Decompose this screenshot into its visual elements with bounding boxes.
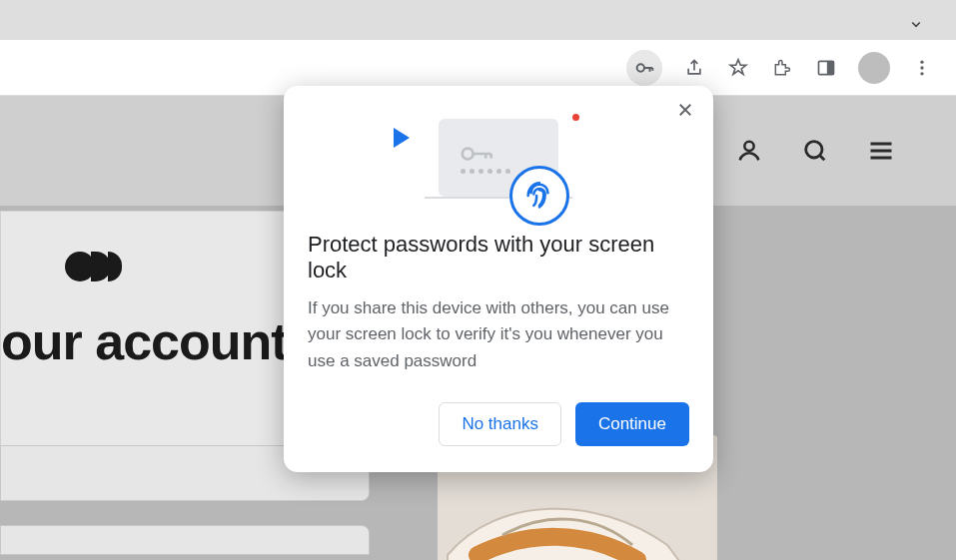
dialog-actions: No thanks Continue — [308, 402, 689, 446]
play-triangle-icon — [394, 128, 410, 148]
svg-point-4 — [920, 66, 923, 69]
svg-rect-2 — [827, 61, 834, 74]
continue-button[interactable]: Continue — [575, 402, 689, 446]
password-key-button[interactable] — [626, 50, 662, 86]
no-thanks-button[interactable]: No thanks — [439, 402, 561, 446]
star-icon — [727, 57, 749, 79]
dialog-body-text: If you share this device with others, yo… — [308, 295, 689, 374]
fingerprint-badge — [509, 166, 569, 226]
puzzle-icon — [772, 58, 792, 78]
svg-point-6 — [744, 142, 753, 151]
key-icon — [633, 57, 655, 79]
user-icon — [735, 137, 763, 165]
tabs-dropdown-button[interactable] — [906, 14, 926, 34]
red-dot-icon — [572, 114, 579, 121]
browser-tabstrip — [0, 0, 956, 40]
svg-point-7 — [806, 142, 822, 158]
account-button[interactable] — [734, 136, 764, 166]
password-protect-dialog: Protect passwords with your screen lock … — [284, 86, 713, 472]
fingerprint-icon — [522, 179, 556, 213]
hamburger-icon — [867, 137, 895, 165]
share-icon — [684, 58, 704, 78]
dialog-illustration — [308, 102, 689, 222]
bookmark-button[interactable] — [726, 56, 750, 80]
site-menu-button[interactable] — [866, 136, 896, 166]
share-button[interactable] — [682, 56, 706, 80]
key-icon — [461, 144, 496, 164]
site-search-button[interactable] — [800, 136, 830, 166]
profile-avatar[interactable] — [858, 52, 890, 84]
svg-point-5 — [920, 72, 923, 75]
search-icon — [801, 137, 829, 165]
kebab-menu-icon — [912, 58, 932, 78]
dialog-title: Protect passwords with your screen lock — [308, 232, 689, 283]
svg-point-0 — [637, 64, 644, 71]
form-input-2[interactable] — [0, 525, 370, 555]
sidepanel-button[interactable] — [814, 56, 838, 80]
svg-point-9 — [463, 149, 474, 160]
extensions-button[interactable] — [770, 56, 794, 80]
chevron-down-icon — [907, 15, 925, 33]
svg-point-3 — [920, 60, 923, 63]
panel-icon — [816, 58, 836, 78]
browser-menu-button[interactable] — [910, 56, 934, 80]
